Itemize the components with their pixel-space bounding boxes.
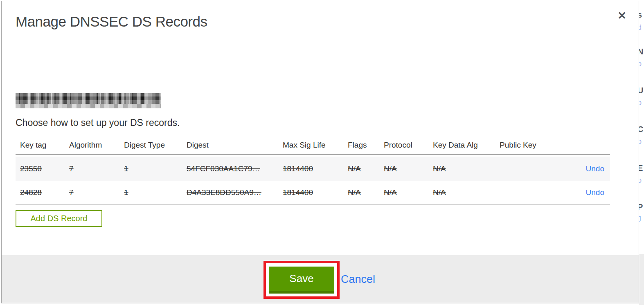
ds-records-table: Key tag Algorithm Digest Type Digest Max…: [16, 136, 610, 205]
cell-max-sig-life: 1814400: [283, 188, 348, 197]
modal-title: Manage DNSSEC DS Records: [16, 13, 207, 30]
col-header-digest: Digest: [187, 141, 283, 150]
cell-key-tag: 23550: [20, 164, 69, 173]
add-ds-record-button[interactable]: Add DS Record: [16, 210, 102, 227]
background-text-fragment: J: [639, 215, 641, 223]
cell-protocol: N/A: [384, 164, 433, 173]
instruction-text: Choose how to set up your DS records.: [16, 117, 180, 128]
cell-digest: D4A33E8DD550A9…: [187, 188, 283, 197]
background-text-fragment: s: [639, 11, 642, 19]
table-header-row: Key tag Algorithm Digest Type Digest Max…: [16, 136, 610, 155]
undo-link[interactable]: Undo: [586, 188, 604, 197]
cell-digest-type: 1: [124, 164, 187, 173]
cell-digest-type: 1: [124, 188, 187, 197]
modal-footer: Save Cancel: [2, 255, 639, 303]
col-header-protocol: Protocol: [384, 141, 433, 150]
background-text-fragment: P: [639, 203, 643, 211]
undo-link[interactable]: Undo: [586, 164, 604, 173]
annotation-red-box: Save: [263, 261, 340, 299]
col-header-key-tag: Key tag: [20, 141, 69, 150]
cell-key-data-alg: N/A: [433, 164, 500, 173]
background-text-fragment: o: [639, 138, 642, 145]
col-header-digest-type: Digest Type: [124, 141, 187, 150]
close-icon[interactable]: ✕: [617, 10, 626, 21]
cell-key-data-alg: N/A: [433, 188, 500, 197]
cell-algorithm: 7: [69, 188, 124, 197]
background-text-fragment: o: [639, 99, 642, 106]
background-page-sliver: s d N o U o C o E o P J: [639, 0, 644, 305]
table-row: 24828 7 1 D4A33E8DD550A9… 1814400 N/A N/…: [16, 181, 610, 205]
cell-protocol: N/A: [384, 188, 433, 197]
col-header-key-data-alg: Key Data Alg: [433, 141, 500, 150]
cell-algorithm: 7: [69, 164, 124, 173]
save-button[interactable]: Save: [269, 267, 334, 294]
col-header-flags: Flags: [348, 141, 384, 150]
domain-name-redacted: [16, 93, 161, 108]
col-header-algorithm: Algorithm: [69, 141, 124, 150]
cell-digest: 54FCF030AA1C79…: [187, 164, 283, 173]
cell-flags: N/A: [348, 188, 384, 197]
pixelation-block: [16, 104, 161, 108]
pixelation-block: [16, 93, 161, 104]
screenshot-root: s d N o U o C o E o P J Manage DNSSEC DS…: [0, 0, 644, 305]
cell-actions: Undo: [581, 164, 610, 173]
col-header-max-sig-life: Max Sig Life: [283, 141, 348, 150]
background-text-fragment: o: [639, 60, 642, 67]
cell-max-sig-life: 1814400: [283, 164, 348, 173]
background-text-fragment: o: [639, 177, 642, 184]
cell-actions: Undo: [581, 188, 610, 197]
cancel-link[interactable]: Cancel: [341, 273, 375, 286]
background-text-fragment: E: [639, 164, 643, 172]
background-text-fragment: d: [639, 24, 642, 31]
cell-flags: N/A: [348, 164, 384, 173]
col-header-public-key: Public Key: [500, 141, 581, 150]
background-text-fragment: N: [639, 47, 643, 56]
table-row: 23550 7 1 54FCF030AA1C79… 1814400 N/A N/…: [16, 157, 610, 181]
manage-dnssec-modal: Manage DNSSEC DS Records ✕ Choose how to…: [1, 1, 639, 303]
cell-key-tag: 24828: [20, 188, 69, 197]
background-footer-strip: [639, 254, 644, 305]
background-text-fragment: U: [639, 86, 643, 94]
background-text-fragment: C: [639, 125, 643, 133]
